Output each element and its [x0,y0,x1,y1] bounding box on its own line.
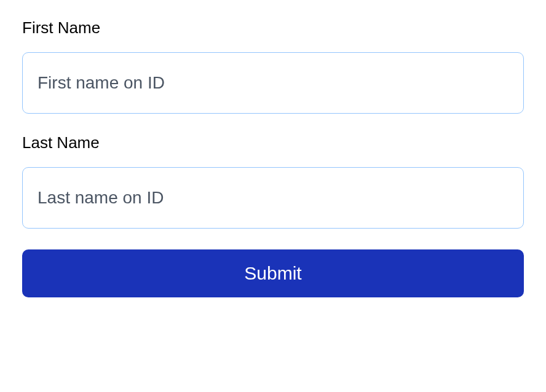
submit-button[interactable]: Submit [22,249,524,297]
last-name-group: Last Name [22,133,524,229]
first-name-label: First Name [22,18,524,37]
last-name-label: Last Name [22,133,524,152]
first-name-group: First Name [22,18,524,114]
first-name-input[interactable] [22,52,524,114]
last-name-input[interactable] [22,167,524,229]
name-form: First Name Last Name Submit [22,18,524,297]
